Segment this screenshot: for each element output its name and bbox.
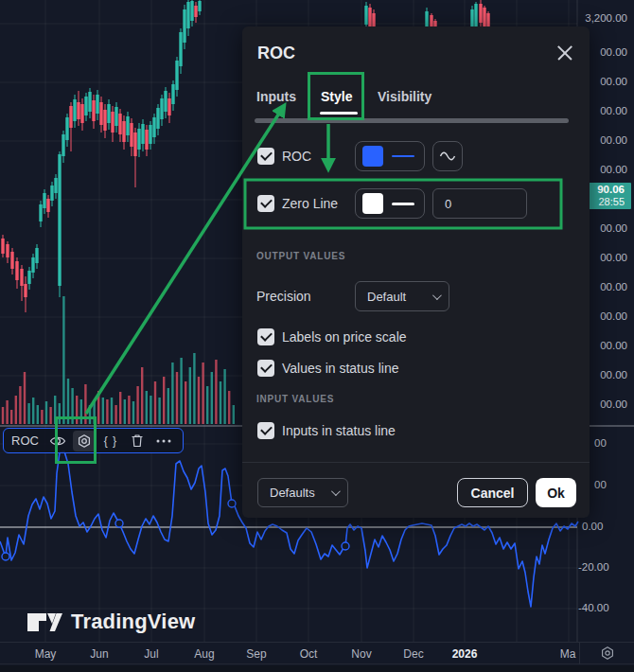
ok-button[interactable]: Ok (536, 478, 576, 507)
labels-on-price-scale-checkbox[interactable] (257, 328, 274, 345)
indicator-legend-toolbar: ROC { } (3, 428, 184, 453)
chevron-down-icon (432, 291, 442, 300)
tabs-divider-bar (255, 118, 569, 123)
option-label: Values in status line (282, 361, 398, 376)
zero-line-checkbox[interactable] (257, 195, 274, 212)
zero-line-color-swatch (362, 193, 383, 214)
indicator-legend-title: ROC (11, 433, 39, 448)
time-scale-label: Oct (300, 647, 318, 661)
dialog-title: ROC (257, 44, 295, 63)
defaults-label: Defaults (270, 486, 315, 500)
time-scale-label: Sep (246, 647, 266, 661)
eye-icon[interactable] (46, 431, 69, 451)
time-scale-label: Dec (403, 647, 423, 661)
tab-visibility[interactable]: Visibility (378, 89, 431, 104)
defaults-dropdown[interactable]: Defaults (257, 478, 348, 507)
time-scale-label: Jul (144, 647, 158, 661)
time-scale-label: 2026 (452, 647, 478, 661)
inputs-in-status-line-checkbox[interactable] (257, 422, 274, 439)
roc-checkbox[interactable] (257, 148, 274, 165)
tradingview-logo[interactable]: TradingView (26, 609, 195, 635)
time-scale-label: Ma (560, 647, 576, 661)
output-values-heading: OUTPUT VALUES (256, 251, 345, 261)
plot-row-roc: ROC (242, 141, 590, 171)
tradingview-logo-text: TradingView (71, 610, 195, 634)
plot-label: Zero Line (282, 196, 338, 211)
precision-value: Default (367, 290, 406, 304)
wave-icon (439, 151, 456, 161)
roc-line-sample (392, 155, 414, 157)
cancel-button[interactable]: Cancel (457, 478, 528, 507)
roc-color-line-button[interactable] (355, 141, 425, 171)
values-in-status-line-checkbox[interactable] (257, 360, 274, 377)
tradingview-mark-icon (26, 609, 62, 635)
footer-divider (242, 462, 590, 463)
zero-line-value-input[interactable] (432, 188, 527, 219)
bottom-strip (0, 665, 634, 672)
chevron-down-icon (331, 486, 341, 496)
close-icon[interactable] (554, 42, 576, 64)
option-row: Labels on price scale (242, 328, 590, 345)
roc-color-swatch (362, 146, 383, 167)
time-scale-gear-icon[interactable] (579, 642, 634, 664)
tab-style[interactable]: Style (321, 89, 352, 104)
zero-line-color-line-button[interactable] (355, 188, 425, 219)
time-scale[interactable]: MayJunJulAugSepOctNovDec2026Ma (0, 642, 634, 664)
time-scale-label: May (35, 647, 57, 661)
indicator-settings-dialog: ROC Inputs Style Visibility ROC Zero Lin… (242, 27, 590, 518)
option-row: Values in status line (242, 360, 590, 377)
option-label: Inputs in status line (282, 423, 396, 438)
precision-dropdown[interactable]: Default (355, 281, 449, 311)
trash-icon[interactable] (126, 431, 149, 451)
plot-style-button[interactable] (432, 141, 463, 171)
more-icon[interactable] (152, 431, 175, 451)
input-values-heading: INPUT VALUES (256, 394, 334, 404)
precision-row: Precision Default (242, 281, 590, 311)
option-label: Labels on price scale (282, 329, 407, 345)
source-code-icon[interactable]: { } (99, 431, 122, 451)
plot-label: ROC (282, 149, 311, 164)
option-row: Inputs in status line (242, 422, 590, 439)
precision-label: Precision (256, 289, 311, 304)
zero-line-sample (392, 203, 414, 205)
active-tab-underline (320, 112, 358, 115)
tab-inputs[interactable]: Inputs (256, 89, 296, 104)
time-scale-label: Aug (194, 647, 214, 661)
gear-icon[interactable] (73, 431, 96, 451)
tradingview-window: 3,200.0000.0000.0000.0000.0000.0000.0000… (0, 0, 634, 672)
time-scale-label: Nov (351, 647, 371, 661)
plot-row-zero-line: Zero Line (242, 188, 590, 219)
time-scale-label: Jun (90, 647, 108, 661)
